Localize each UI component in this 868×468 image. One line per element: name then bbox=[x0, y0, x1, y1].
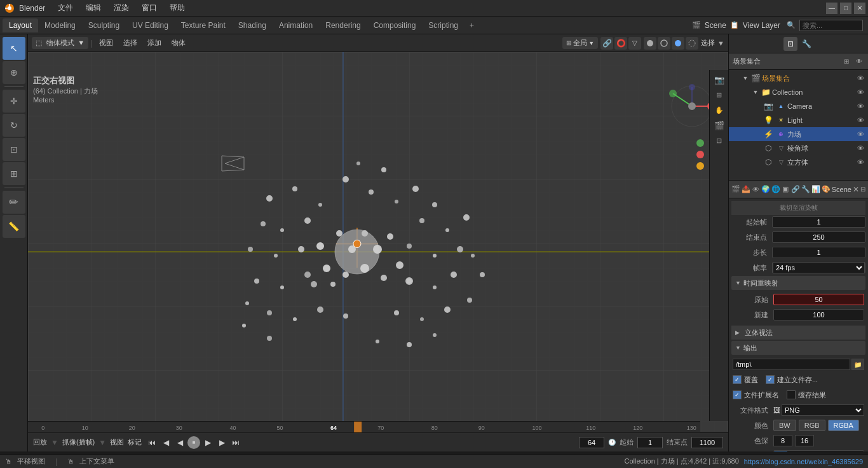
format-select[interactable]: PNG JPEG EXR bbox=[782, 404, 864, 416]
color-rgba-btn[interactable]: RGBA bbox=[828, 420, 859, 431]
tl-start-input[interactable] bbox=[637, 437, 663, 448]
output-header[interactable]: ▼ 输出 bbox=[731, 341, 865, 355]
rendered-icon[interactable] bbox=[686, 37, 698, 50]
menu-render[interactable]: 渲染 bbox=[111, 3, 132, 13]
menu-help[interactable]: 帮助 bbox=[167, 3, 187, 13]
object-mode-selector[interactable]: ⬚ 物体模式 ▼ bbox=[32, 37, 88, 49]
view-camera-btn[interactable]: 📷 bbox=[712, 72, 726, 86]
output-path-input[interactable] bbox=[733, 359, 850, 370]
tab-compositing[interactable]: Compositing bbox=[367, 18, 423, 32]
jump-end-btn[interactable]: ⏭ bbox=[229, 436, 242, 449]
maximize-button[interactable]: □ bbox=[840, 3, 851, 14]
mesh2-item[interactable]: ⬡ ▽ 立方体 👁 bbox=[729, 155, 868, 169]
view-pan-btn[interactable]: ✋ bbox=[712, 103, 726, 117]
tab-uv-editing[interactable]: UV Editing bbox=[126, 18, 175, 32]
tab-sculpting[interactable]: Sculpting bbox=[82, 18, 126, 32]
sp-close-btn[interactable]: ✕ bbox=[853, 185, 859, 194]
mesh1-eye[interactable]: 👁 bbox=[855, 143, 865, 153]
scene-root-item[interactable]: ▼ 🎬 场景集合 👁 bbox=[729, 71, 868, 85]
color-bw-btn[interactable]: BW bbox=[773, 420, 796, 431]
camera-eye[interactable]: 👁 bbox=[855, 101, 865, 111]
sp-constraint-icon[interactable]: 🔗 bbox=[791, 183, 800, 196]
light-item[interactable]: 💡 ☀ Light 👁 bbox=[729, 113, 868, 127]
transform-orientation[interactable]: ⊞ 全局 ▼ bbox=[562, 37, 598, 49]
sp-view-icon[interactable]: 👁 bbox=[752, 183, 760, 196]
depth-16-value[interactable]: 16 bbox=[795, 435, 814, 446]
overlay-icon[interactable]: ▽ bbox=[628, 37, 641, 50]
collection-item[interactable]: ▼ 📁 Collection 👁 bbox=[729, 85, 868, 99]
sp-object-icon[interactable]: ▣ bbox=[782, 183, 790, 196]
original-value[interactable]: 50 bbox=[773, 294, 864, 305]
play-back-btn[interactable]: ◀ bbox=[173, 436, 186, 449]
step-forward-btn[interactable]: ▶ bbox=[215, 436, 228, 449]
cache-checkbox[interactable] bbox=[787, 390, 796, 399]
sp-data-icon[interactable]: 📊 bbox=[811, 183, 820, 196]
rp-properties-icon[interactable]: 🔧 bbox=[800, 37, 814, 51]
viewlayer-name[interactable]: View Layer bbox=[743, 21, 780, 30]
tab-layout[interactable]: Layout bbox=[3, 18, 38, 32]
depth-8-value[interactable]: 8 bbox=[773, 435, 792, 446]
time-remap-header[interactable]: ▼ 时间重映射 bbox=[731, 276, 865, 290]
tool-scale[interactable]: ⊡ bbox=[3, 138, 25, 161]
snap-icon[interactable]: 🔗 bbox=[600, 37, 613, 50]
fps-value[interactable]: 24 fps 25 fps 30 fps bbox=[772, 262, 865, 273]
menu-window[interactable]: 窗口 bbox=[139, 3, 159, 13]
tool-select[interactable]: ↖ bbox=[3, 37, 25, 60]
collection-eye[interactable]: 👁 bbox=[855, 87, 865, 97]
tab-scripting[interactable]: Scripting bbox=[422, 18, 465, 32]
vp-view[interactable]: 视图 bbox=[95, 37, 117, 49]
step-value[interactable]: 1 bbox=[772, 247, 865, 258]
compress-bar[interactable]: 15% bbox=[773, 450, 864, 451]
current-frame-input[interactable] bbox=[579, 437, 604, 448]
overwrite-checkbox[interactable] bbox=[733, 375, 742, 384]
tl-keying[interactable]: 抓像(插帧) bbox=[62, 437, 95, 447]
tool-move[interactable]: ✛ bbox=[3, 90, 25, 113]
tool-measure[interactable]: 📏 bbox=[3, 215, 25, 238]
viewport-canvas[interactable]: X 正交右视图 bbox=[28, 52, 728, 451]
outliner-eye-icon[interactable]: 👁 bbox=[854, 57, 864, 67]
tl-view[interactable]: 视图 bbox=[110, 437, 124, 447]
sp-output-icon[interactable]: 📤 bbox=[742, 183, 750, 196]
play-pause-btn[interactable]: ■ bbox=[187, 436, 200, 449]
vp-add[interactable]: 添加 bbox=[144, 37, 165, 49]
menu-file[interactable]: 文件 bbox=[55, 3, 76, 13]
sp-scene-icon[interactable]: 🌍 bbox=[761, 183, 770, 196]
light-eye[interactable]: 👁 bbox=[855, 115, 865, 125]
tab-texture-paint[interactable]: Texture Paint bbox=[175, 18, 232, 32]
outliner-filter-icon[interactable]: ⊞ bbox=[841, 57, 851, 67]
force-eye[interactable]: 👁 bbox=[855, 129, 865, 139]
force-item[interactable]: ⚡ ⊕ 力场 👁 bbox=[729, 127, 868, 141]
scene-eye[interactable]: 👁 bbox=[855, 73, 865, 83]
view-layout-btn[interactable]: ⊡ bbox=[712, 134, 726, 148]
mesh2-eye[interactable]: 👁 bbox=[855, 157, 865, 167]
tool-transform[interactable]: ⊞ bbox=[3, 162, 25, 185]
new-value[interactable]: 100 bbox=[773, 309, 864, 320]
create-file-checkbox[interactable] bbox=[766, 375, 775, 384]
sp-expand-btn[interactable]: ⊟ bbox=[860, 186, 865, 193]
stereo-row[interactable]: ▶ 立体视法 bbox=[731, 326, 865, 340]
sp-world-icon[interactable]: 🌐 bbox=[771, 183, 780, 196]
close-button[interactable]: ✕ bbox=[854, 3, 865, 14]
fps-select[interactable]: 24 fps 25 fps 30 fps bbox=[773, 262, 865, 273]
tl-markers[interactable]: 标记 bbox=[128, 437, 142, 447]
play-forward-btn[interactable]: ▶ bbox=[201, 436, 214, 449]
view-grid-btn[interactable]: ⊞ bbox=[712, 88, 726, 102]
vp-select[interactable]: 选择 bbox=[119, 37, 141, 49]
sp-material-icon[interactable]: 🎨 bbox=[822, 183, 831, 196]
proportional-icon[interactable]: ⭕ bbox=[614, 37, 627, 50]
minimize-button[interactable]: — bbox=[826, 3, 837, 14]
tool-cursor[interactable]: ⊕ bbox=[3, 61, 25, 84]
tool-annotate[interactable]: ✏ bbox=[3, 191, 25, 214]
file-ext-checkbox[interactable] bbox=[733, 390, 742, 399]
view-render-btn[interactable]: 🎬 bbox=[712, 118, 726, 132]
tl-playback[interactable]: 回放 bbox=[33, 437, 47, 447]
tl-end-input[interactable] bbox=[691, 437, 723, 448]
start-value[interactable]: 1 bbox=[772, 216, 865, 228]
tab-modeling[interactable]: Modeling bbox=[38, 18, 82, 32]
output-path-btn[interactable]: 📁 bbox=[851, 359, 864, 370]
end-value[interactable]: 250 bbox=[772, 231, 865, 243]
vp-object[interactable]: 物体 bbox=[168, 37, 189, 49]
step-back-btn[interactable]: ◀ bbox=[159, 436, 172, 449]
camera-item[interactable]: 📷 ▲ Camera 👁 bbox=[729, 99, 868, 113]
global-search[interactable] bbox=[799, 20, 863, 31]
